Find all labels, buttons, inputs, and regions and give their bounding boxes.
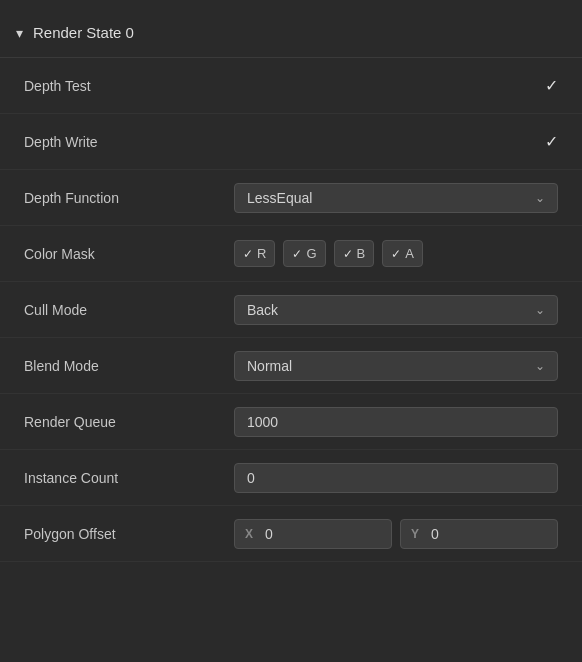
polygon-offset-x-input[interactable]: [265, 526, 381, 542]
polygon-offset-y-input[interactable]: [431, 526, 547, 542]
instance-count-input[interactable]: [234, 463, 558, 493]
depth-test-label: Depth Test: [24, 78, 234, 94]
panel-title: Render State 0: [33, 24, 134, 41]
cull-mode-value: Back ⌄: [234, 295, 558, 325]
color-mask-r[interactable]: ✓ R: [234, 240, 275, 267]
render-queue-row: Render Queue: [0, 394, 582, 450]
color-mask-r-check: ✓: [243, 247, 253, 261]
render-queue-label: Render Queue: [24, 414, 234, 430]
color-mask-value: ✓ R ✓ G ✓ B ✓ A: [234, 240, 558, 267]
cull-mode-arrow: ⌄: [535, 303, 545, 317]
depth-write-check[interactable]: ✓: [545, 132, 558, 151]
depth-function-arrow: ⌄: [535, 191, 545, 205]
render-queue-input[interactable]: [234, 407, 558, 437]
color-mask-a[interactable]: ✓ A: [382, 240, 423, 267]
depth-function-label: Depth Function: [24, 190, 234, 206]
instance-count-row: Instance Count: [0, 450, 582, 506]
polygon-offset-y-label: Y: [411, 527, 423, 541]
polygon-offset-value: X Y: [234, 519, 558, 549]
blend-mode-arrow: ⌄: [535, 359, 545, 373]
cull-mode-row: Cull Mode Back ⌄: [0, 282, 582, 338]
panel-header: ▾ Render State 0: [0, 16, 582, 57]
blend-mode-label: Blend Mode: [24, 358, 234, 374]
color-mask-a-check: ✓: [391, 247, 401, 261]
polygon-offset-x-label: X: [245, 527, 257, 541]
depth-function-row: Depth Function LessEqual ⌄: [0, 170, 582, 226]
depth-write-row: Depth Write ✓: [0, 114, 582, 170]
blend-mode-dropdown[interactable]: Normal ⌄: [234, 351, 558, 381]
color-mask-b-label: B: [357, 246, 366, 261]
depth-function-selected: LessEqual: [247, 190, 312, 206]
color-mask-g-label: G: [306, 246, 316, 261]
instance-count-label: Instance Count: [24, 470, 234, 486]
depth-test-check[interactable]: ✓: [545, 76, 558, 95]
color-mask-row: Color Mask ✓ R ✓ G ✓ B ✓ A: [0, 226, 582, 282]
color-mask-label: Color Mask: [24, 246, 234, 262]
polygon-offset-label: Polygon Offset: [24, 526, 234, 542]
cull-mode-dropdown[interactable]: Back ⌄: [234, 295, 558, 325]
blend-mode-row: Blend Mode Normal ⌄: [0, 338, 582, 394]
color-mask-b[interactable]: ✓ B: [334, 240, 375, 267]
polygon-offset-x-wrapper: X: [234, 519, 392, 549]
depth-write-label: Depth Write: [24, 134, 234, 150]
depth-test-row: Depth Test ✓: [0, 58, 582, 114]
color-mask-group: ✓ R ✓ G ✓ B ✓ A: [234, 240, 423, 267]
polygon-offset-row: Polygon Offset X Y: [0, 506, 582, 562]
color-mask-g[interactable]: ✓ G: [283, 240, 325, 267]
polygon-offset-y-wrapper: Y: [400, 519, 558, 549]
cull-mode-label: Cull Mode: [24, 302, 234, 318]
blend-mode-selected: Normal: [247, 358, 292, 374]
depth-function-dropdown[interactable]: LessEqual ⌄: [234, 183, 558, 213]
color-mask-r-label: R: [257, 246, 266, 261]
instance-count-value: [234, 463, 558, 493]
color-mask-b-check: ✓: [343, 247, 353, 261]
collapse-chevron[interactable]: ▾: [16, 25, 23, 41]
cull-mode-selected: Back: [247, 302, 278, 318]
color-mask-a-label: A: [405, 246, 414, 261]
render-queue-value: [234, 407, 558, 437]
blend-mode-value: Normal ⌄: [234, 351, 558, 381]
depth-function-value: LessEqual ⌄: [234, 183, 558, 213]
render-state-panel: ▾ Render State 0 Depth Test ✓ Depth Writ…: [0, 0, 582, 578]
polygon-offset-inputs: X Y: [234, 519, 558, 549]
color-mask-g-check: ✓: [292, 247, 302, 261]
